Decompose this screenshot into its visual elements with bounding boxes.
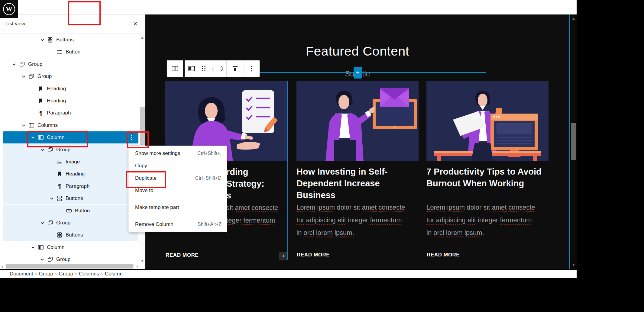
tree-row-paragraph-6[interactable]: ¶Paragraph — [3, 107, 138, 119]
columns-icon — [167, 60, 183, 77]
expander-chevron-icon[interactable] — [48, 195, 56, 202]
card-heading[interactable]: rding Strategy:s — [226, 166, 287, 201]
tree-row-heading-11[interactable]: Heading — [3, 168, 138, 180]
list-view-title: List view — [5, 21, 25, 27]
add-block-button[interactable]: + — [354, 67, 362, 79]
breadcrumb-item-columns[interactable]: Columns — [79, 271, 99, 277]
scrollbar-thumb[interactable] — [140, 107, 145, 145]
buttons-block-icon — [56, 231, 63, 239]
featured-content-heading[interactable]: Featured Content — [145, 44, 570, 59]
scroll-left-icon[interactable]: ‹ — [0, 264, 5, 269]
tree-row-label: Buttons — [66, 232, 83, 238]
tree-row-group-18[interactable]: Group — [3, 253, 138, 264]
scroll-down-icon[interactable]: ▼ — [571, 262, 577, 267]
menu-item-label: Make template part — [135, 204, 179, 211]
tree-row-column-8[interactable]: Column⋮ — [3, 131, 138, 143]
menu-item-move-to[interactable]: Move to — [128, 184, 227, 197]
content-card-2[interactable]: How Investing in Self-Dependent Increase… — [296, 81, 419, 260]
tree-row-group-2[interactable]: Group — [3, 58, 138, 70]
tree-row-label: Group — [37, 73, 52, 79]
list-view-panel: List view × ButtonsButtonGroupGroupHeadi… — [0, 14, 145, 269]
tree-row-button-14[interactable]: Button — [3, 205, 138, 217]
canvas-vertical-scrollbar[interactable]: ▲ ▼ — [571, 14, 577, 269]
read-more-link[interactable]: READ MORE — [427, 252, 460, 258]
tree-row-label: Heading — [47, 86, 66, 92]
expander-spacer — [48, 231, 56, 239]
list-view-header: List view × — [0, 14, 145, 34]
scrollbar-thumb[interactable] — [571, 123, 576, 160]
tree-row-paragraph-12[interactable]: ¶Paragraph — [3, 180, 138, 192]
scroll-up-icon[interactable]: ▲ — [140, 35, 145, 40]
read-more-link[interactable]: READ MORE — [166, 252, 199, 258]
group-block-icon — [18, 60, 26, 68]
expander-chevron-icon[interactable] — [38, 219, 46, 227]
expander-chevron-icon[interactable] — [20, 72, 28, 80]
tree-row-columns-7[interactable]: Columns — [3, 119, 138, 131]
breadcrumb-separator: › — [101, 271, 103, 276]
wordpress-logo[interactable]: W — [0, 0, 18, 18]
row-options-ellipsis-icon[interactable]: ⋮ — [126, 132, 137, 143]
menu-item-make-template-part[interactable]: Make template part — [128, 201, 227, 214]
tree-row-buttons-13[interactable]: Buttons — [3, 192, 138, 204]
tree-row-heading-5[interactable]: Heading — [3, 95, 138, 107]
expander-chevron-icon[interactable] — [38, 256, 46, 263]
scrollbar-thumb[interactable] — [6, 264, 133, 269]
tree-row-heading-4[interactable]: Heading — [3, 83, 138, 95]
card-paragraph[interactable]: Lorem ipsum dolor sit amet consectetur a… — [426, 201, 535, 239]
content-card-3[interactable]: 7 Productivity Tips to AvoidBurnout When… — [426, 81, 549, 260]
expander-chevron-icon[interactable] — [10, 60, 18, 68]
expander-chevron-icon[interactable] — [20, 121, 28, 129]
heading-block-icon — [37, 97, 45, 105]
tree-row-buttons-0[interactable]: Buttons — [3, 34, 138, 46]
expander-chevron-icon[interactable] — [29, 243, 37, 251]
menu-item-duplicate[interactable]: DuplicateCtrl+Shift+D — [128, 172, 227, 184]
tree-row-group-15[interactable]: Group — [3, 217, 138, 229]
breadcrumb-item-document[interactable]: Document — [10, 271, 33, 277]
tree-row-image-10[interactable]: Image — [3, 156, 138, 168]
card-paragraph[interactable]: Lorem ipsum dolor sit amet consectetur a… — [296, 201, 405, 239]
move-left-icon[interactable] — [209, 60, 217, 77]
select-parent-columns-button[interactable] — [167, 60, 183, 77]
card-heading[interactable]: How Investing in Self-Dependent Increase… — [296, 166, 419, 201]
column-block-icon[interactable] — [185, 60, 199, 77]
scroll-down-icon[interactable]: ▼ — [140, 259, 145, 263]
tree-row-label: Button — [75, 208, 90, 214]
group-block-icon — [46, 219, 54, 227]
block-appender-plus-button[interactable]: + — [279, 252, 287, 260]
move-right-icon[interactable] — [217, 60, 226, 77]
drag-handle-icon[interactable] — [199, 60, 209, 77]
expander-chevron-icon[interactable] — [38, 36, 46, 44]
menu-item-copy[interactable]: Copy — [128, 159, 227, 172]
tree-row-group-9[interactable]: Group — [3, 144, 138, 156]
button-block-icon — [56, 48, 63, 56]
vertical-align-icon[interactable] — [227, 60, 244, 77]
menu-item-label: Move to — [135, 188, 153, 194]
card-paragraph[interactable]: sit amet consecteteger fermentum. — [226, 201, 278, 240]
expander-chevron-icon[interactable] — [29, 133, 37, 141]
card-heading[interactable]: 7 Productivity Tips to AvoidBurnout When… — [426, 166, 542, 189]
tree-row-column-17[interactable]: Column — [3, 241, 138, 253]
list-view-horizontal-scrollbar[interactable]: ‹ › — [0, 264, 140, 269]
paragraph-block-icon: ¶ — [37, 109, 45, 117]
menu-item-remove-column[interactable]: Remove ColumnShift+Alt+Z — [128, 218, 227, 230]
scroll-up-icon[interactable]: ▲ — [571, 16, 577, 21]
button-block-icon — [65, 207, 73, 215]
menu-item-show-more-settings[interactable]: Show more settingsCtrl+Shift+, — [128, 147, 227, 159]
breadcrumb-item-group[interactable]: Group — [59, 271, 73, 277]
tree-row-group-3[interactable]: Group — [3, 70, 138, 82]
block-options-icon[interactable]: ⋮ — [244, 60, 260, 77]
breadcrumb-separator: › — [75, 271, 77, 276]
tree-row-label: Heading — [66, 171, 85, 177]
scroll-right-icon[interactable]: › — [135, 264, 140, 269]
expander-chevron-icon[interactable] — [38, 146, 46, 154]
close-icon[interactable]: × — [130, 18, 141, 29]
breadcrumb-separator: › — [55, 271, 57, 276]
buttons-block-icon — [56, 195, 63, 202]
column-block-icon — [37, 243, 45, 251]
read-more-link[interactable]: READ MORE — [297, 252, 330, 258]
menu-item-shortcut: Ctrl+Shift+D — [195, 175, 222, 181]
column-block-icon — [37, 133, 45, 141]
breadcrumb-item-group[interactable]: Group — [39, 271, 53, 277]
tree-row-button-1[interactable]: Button — [3, 46, 138, 58]
tree-row-buttons-16[interactable]: Buttons — [3, 229, 138, 241]
